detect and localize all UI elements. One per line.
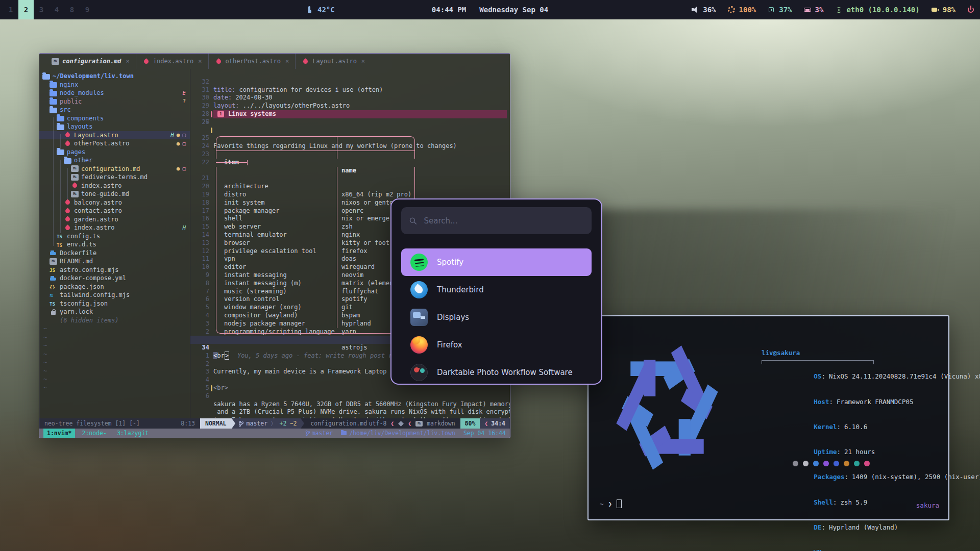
tree-item[interactable]: layouts	[39, 122, 190, 131]
astro-icon	[64, 208, 71, 214]
module-value: 3%	[815, 6, 824, 14]
launcher-item[interactable]: Darktable Photo Workflow Software	[401, 359, 592, 385]
temperature-module[interactable]: 42°C	[305, 0, 335, 19]
astro-icon	[64, 140, 71, 147]
workspace-button[interactable]: 8	[64, 0, 80, 19]
system-module[interactable]: 37%	[767, 6, 792, 14]
launcher-item[interactable]: Thunderbird	[401, 276, 592, 304]
tree-item[interactable]: nginx	[39, 81, 190, 89]
close-icon[interactable]: ×	[361, 58, 365, 65]
tree-item-label: tailwind.config.mjs	[60, 291, 130, 298]
tree-item[interactable]: Dockerfile	[39, 249, 190, 258]
darktable-icon	[410, 364, 428, 381]
table-row: 20 distro nixos or gentoo	[190, 174, 510, 183]
shell-prompt[interactable]: ~ ❯	[600, 499, 622, 508]
editor-tab[interactable]: index.astro ×	[136, 54, 208, 69]
launcher-item-label: Thunderbird	[437, 285, 484, 294]
js-icon	[50, 266, 57, 273]
tree-item[interactable]: Layout.astro H●▢	[39, 131, 190, 140]
tree-item[interactable]: garden.astro	[39, 215, 190, 224]
tree-item[interactable]: other	[39, 156, 190, 165]
tree-item[interactable]: tone-guide.md	[39, 190, 190, 198]
editor-tab[interactable]: configuration.md ×	[45, 54, 136, 69]
workspace-button[interactable]: 2	[18, 0, 34, 19]
git-status-badge: ●	[177, 140, 180, 147]
tree-item-label: ~/Development/liv.town	[53, 72, 134, 80]
search-input[interactable]	[423, 216, 583, 226]
tree-item[interactable]: ~/Development/liv.town	[39, 72, 190, 81]
launcher-item-label: Firefox	[437, 340, 462, 349]
launcher-item[interactable]: Spotify	[401, 248, 592, 276]
workspace-button[interactable]: 9	[80, 0, 95, 19]
tree-item[interactable]: fediverse-terms.md	[39, 173, 190, 182]
docker-icon	[50, 275, 57, 282]
spotify-icon	[410, 254, 428, 271]
memory-icon	[803, 6, 812, 14]
close-icon[interactable]: ×	[285, 58, 289, 65]
tree-item[interactable]: astro.config.mjs	[39, 266, 190, 274]
tree-item[interactable]: configuration.md ●▢	[39, 165, 190, 173]
json-icon	[50, 283, 57, 290]
tmux-window[interactable]: 1:nvim*	[43, 429, 75, 438]
system-module[interactable]: 3%	[803, 6, 824, 14]
empty-line-tilde: ~	[39, 367, 190, 375]
tree-item-label: README.md	[60, 258, 93, 265]
power-button[interactable]	[967, 6, 975, 14]
tree-item[interactable]: components	[39, 114, 190, 123]
tree-item[interactable]: balcony.astro	[39, 198, 190, 207]
tmux-datetime: Sep 04 16:44	[463, 430, 506, 437]
git-segment: master 〉 +2 ~2	[235, 418, 301, 429]
tree-item[interactable]: config.ts	[39, 232, 190, 241]
workspace-button[interactable]: 4	[49, 0, 64, 19]
tree-item[interactable]: yarn.lock	[39, 308, 190, 316]
tree-item-label: components	[67, 115, 104, 122]
clock: 04:44 PM Wednesday Sep 04	[432, 0, 548, 19]
tree-item[interactable]: src	[39, 106, 190, 114]
editor-tab[interactable]: Layout.astro ×	[295, 54, 371, 69]
tree-item[interactable]: docker-compose.yml	[39, 274, 190, 283]
launcher-item[interactable]: Firefox	[401, 331, 592, 359]
workspace-button[interactable]: 1	[3, 0, 18, 19]
tree-item[interactable]: tsconfig.json	[39, 299, 190, 308]
tree-item[interactable]: env.d.ts	[39, 240, 190, 249]
astro-icon	[215, 58, 223, 65]
tree-item[interactable]: otherPost.astro ●▢	[39, 139, 190, 148]
empty-line-tilde: ~	[39, 333, 190, 342]
tree-item[interactable]: package.json	[39, 283, 190, 291]
markdown-icon	[415, 421, 423, 427]
empty-line-tilde: ~	[39, 324, 190, 333]
fastfetch-terminal-window[interactable]: liv@sakura OSNixOS 24.11.20240828.71e91c…	[587, 315, 949, 520]
tree-item[interactable]: node_modules E	[39, 89, 190, 97]
tree-item[interactable]: (6 hidden items)	[39, 316, 190, 325]
system-module[interactable]: 36%	[691, 6, 716, 14]
launcher-item[interactable]: Displays	[401, 304, 592, 331]
close-icon[interactable]: ×	[198, 58, 202, 65]
tree-item[interactable]: index.astro H	[39, 223, 190, 232]
tmux-window[interactable]: 3:lazygit	[113, 429, 152, 438]
astro-icon	[64, 224, 71, 231]
network-icon	[835, 6, 843, 14]
tree-item[interactable]: README.md	[39, 257, 190, 266]
system-module[interactable]: eth0 (10.0.0.140)	[835, 6, 919, 14]
tree-item-label: astro.config.mjs	[60, 266, 119, 273]
tree-item[interactable]: public ?	[39, 97, 190, 106]
system-module[interactable]: 98%	[931, 6, 955, 14]
git-status-badge: ▢	[182, 165, 186, 172]
palette-dot	[844, 461, 849, 466]
tree-item[interactable]: tailwind.config.mjs	[39, 291, 190, 299]
workspace-button[interactable]: 3	[34, 0, 49, 19]
buffer-line: 25 Favorite things regarding Linux and m…	[190, 127, 510, 135]
markdown-icon	[52, 58, 59, 65]
tree-item-label: other	[74, 157, 92, 164]
launcher-results: Spotify Thunderbird Displays Firefox Dar…	[401, 248, 592, 385]
tmux-window[interactable]: 2:node-	[78, 429, 110, 438]
buffer-line: 28	[190, 102, 510, 110]
close-icon[interactable]: ×	[126, 58, 130, 65]
editor-tab[interactable]: otherPost.astro ×	[208, 54, 296, 69]
tree-item[interactable]: contact.astro	[39, 207, 190, 215]
system-module[interactable]: 100%	[727, 6, 756, 14]
tree-item[interactable]: pages	[39, 148, 190, 157]
tree-item[interactable]: index.astro	[39, 182, 190, 190]
neo-tree-panel[interactable]: ~/Development/liv.town nginx	[39, 69, 190, 418]
folder-icon	[57, 116, 64, 121]
